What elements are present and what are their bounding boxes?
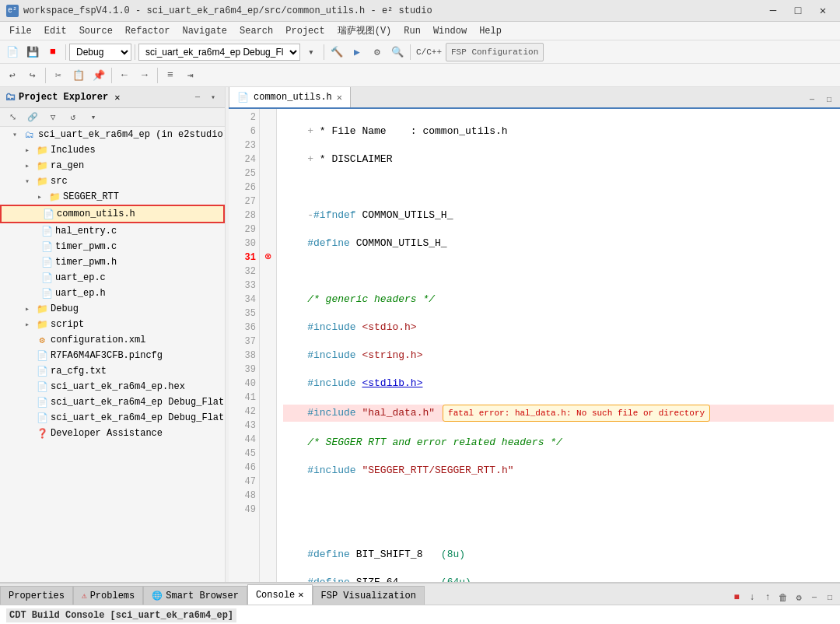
project-label: sci_uart_ek_ra6m4_ep (in e2studio) [Debu… [38, 129, 225, 140]
sync-btn[interactable]: ↺ [64, 108, 82, 127]
close-button[interactable]: ✕ [812, 3, 834, 19]
tree-hal-entry[interactable]: 📄 hal_entry.c [0, 223, 225, 239]
copy-btn[interactable]: 📋 [69, 66, 88, 85]
run-config-btn[interactable]: ▾ [302, 43, 320, 61]
console-options-btn[interactable]: ⚙ [792, 591, 806, 605]
run-config-dropdown[interactable]: sci_uart_ek_ra6m4_ep Debug_Fl [138, 44, 300, 61]
tab-fsp-viz[interactable]: FSP Visualization [313, 586, 425, 605]
tree-project-root[interactable]: ▾ 🗂 sci_uart_ek_ra6m4_ep (in e2studio) [… [0, 127, 225, 142]
tree-uart-ep-h[interactable]: 📄 uart_ep.h [0, 286, 225, 301]
editor-tab-common-utils[interactable]: 📄 common_utils.h ✕ [229, 87, 351, 107]
console-terminate-btn[interactable]: ■ [730, 591, 744, 605]
bottom-maximize-btn[interactable]: □ [823, 591, 837, 605]
new-button[interactable]: 📄 [3, 43, 22, 61]
debug-config-dropdown[interactable]: Debug [69, 44, 131, 61]
tree-hex-file[interactable]: 📄 sci_uart_ek_ra6m4_ep.hex [0, 379, 225, 394]
tab-minimize-btn[interactable]: ─ [804, 92, 820, 107]
tree-uart-ep-c[interactable]: 📄 uart_ep.c [0, 270, 225, 286]
error-gutter-icon: ⊗ [260, 249, 276, 263]
sidebar-menu-btn[interactable]: ▾ [206, 90, 220, 104]
tree-ra-cfg[interactable]: 📄 ra_cfg.txt [0, 363, 225, 379]
close-sidebar-btn[interactable]: ✕ [114, 92, 120, 103]
main-layout: 🗂 Project Explorer ✕ ─ ▾ ⤡ 🔗 ▽ ↺ ▾ ▾ 🗂 s… [0, 87, 840, 582]
console-tab-label: Console [256, 590, 295, 601]
console-clear-btn[interactable]: 🗑 [776, 591, 790, 605]
code-content[interactable]: + * File Name : common_utils.h + * DISCL… [277, 109, 840, 582]
tree-pincfg[interactable]: 📄 R7FA6M4AF3CFB.pincfg [0, 348, 225, 363]
next-edit-btn[interactable]: → [135, 66, 154, 85]
format-btn[interactable]: ≡ [161, 66, 180, 85]
tree-jlink[interactable]: 📄 sci_uart_ek_ra6m4_ep Debug_Flat.jlink [0, 394, 225, 410]
timer-pwm-c-icon: 📄 [40, 240, 53, 253]
tree-arrow-script: ▸ [25, 320, 36, 329]
tree-src[interactable]: ▾ 📁 src [0, 174, 225, 189]
line-gutter: ⊗ [260, 109, 277, 582]
save-button[interactable]: 💾 [23, 43, 42, 61]
code-line-23 [283, 181, 834, 195]
sep6 [111, 68, 112, 83]
undo-btn[interactable]: ↩ [3, 66, 22, 85]
tree-timer-pwm-h[interactable]: 📄 timer_pwm.h [0, 254, 225, 270]
menu-refactor[interactable]: Refactor [119, 24, 177, 38]
filter-btn[interactable]: ▽ [44, 108, 62, 127]
menu-file[interactable]: File [3, 24, 38, 38]
uart-ep-h-icon: 📄 [40, 287, 53, 300]
prev-edit-btn[interactable]: ← [115, 66, 134, 85]
tree-timer-pwm-c[interactable]: 📄 timer_pwm.c [0, 239, 225, 254]
redo-btn[interactable]: ↪ [23, 66, 42, 85]
menu-source[interactable]: Source [73, 24, 119, 38]
src-folder-icon: 📁 [36, 175, 48, 188]
settings-btn[interactable]: ⚙ [368, 43, 387, 61]
console-close-btn[interactable]: ✕ [298, 589, 303, 601]
console-scroll-down-btn[interactable]: ↓ [745, 591, 759, 605]
menu-navigate[interactable]: Navigate [176, 24, 233, 38]
fsp-config-btn[interactable]: FSP Configuration [446, 43, 544, 61]
indent-btn[interactable]: ⇥ [181, 66, 200, 85]
search-btn[interactable]: 🔍 [388, 43, 407, 61]
maximize-button[interactable]: □ [787, 3, 809, 19]
jlink-icon: 📄 [36, 396, 48, 408]
menu-edit[interactable]: Edit [38, 24, 73, 38]
menu-renesas[interactable]: 瑞萨视图(V) [331, 23, 398, 39]
tab-close-btn[interactable]: ✕ [337, 92, 342, 103]
stop-button[interactable]: ■ [44, 43, 62, 61]
menu-window[interactable]: Window [427, 24, 473, 38]
tree-common-utils[interactable]: 📄 common_utils.h [0, 205, 225, 223]
code-line-28: #include <stdio.h> [283, 321, 834, 335]
tree-segger-rtt[interactable]: ▸ 📁 SEGGER_RTT [0, 189, 225, 205]
view-menu-btn[interactable]: ▾ [84, 108, 103, 127]
tree-includes[interactable]: ▸ 📁 Includes [0, 142, 225, 158]
menu-search[interactable]: Search [233, 24, 279, 38]
tab-properties[interactable]: Properties [0, 586, 73, 605]
tree-ra-gen-label: ra_gen [51, 160, 84, 171]
tab-smart-browser[interactable]: 🌐 Smart Browser [143, 586, 247, 605]
tree-script-label: script [51, 319, 84, 330]
menu-run[interactable]: Run [397, 24, 427, 38]
console-scroll-up-btn[interactable]: ↑ [761, 591, 775, 605]
paste-btn[interactable]: 📌 [89, 66, 108, 85]
sidebar-collapse-btn[interactable]: ─ [191, 90, 205, 104]
menu-project[interactable]: Project [279, 24, 331, 38]
tree-launch[interactable]: 📄 sci_uart_ek_ra6m4_ep Debug_Flat.launch [0, 410, 225, 426]
project-explorer-icon: 🗂 [5, 91, 16, 103]
tab-console[interactable]: Console ✕ [247, 584, 313, 605]
sidebar-title: Project Explorer [19, 92, 108, 103]
tree-debug[interactable]: ▸ 📁 Debug [0, 301, 225, 317]
minimize-button[interactable]: ─ [762, 3, 784, 19]
sep2 [135, 44, 135, 60]
tree-timer-pwm-c-label: timer_pwm.c [55, 241, 117, 252]
build-btn[interactable]: 🔨 [327, 43, 346, 61]
collapse-all-btn[interactable]: ⤡ [3, 108, 22, 127]
link-editor-btn[interactable]: 🔗 [23, 108, 42, 127]
tree-script[interactable]: ▸ 📁 script [0, 317, 225, 332]
tab-maximize-btn[interactable]: □ [821, 92, 837, 107]
tab-problems[interactable]: ⚠ Problems [73, 586, 143, 605]
console-header: CDT Build Console [sci_uart_ek_ra6m4_ep] [6, 608, 236, 622]
menu-help[interactable]: Help [473, 24, 508, 38]
bottom-minimize-btn[interactable]: ─ [807, 591, 821, 605]
tree-dev-assist[interactable]: ❓ Developer Assistance [0, 426, 225, 441]
tree-config-xml[interactable]: ⚙ configuration.xml [0, 332, 225, 348]
debug-btn[interactable]: ▶ [348, 43, 366, 61]
cut-btn[interactable]: ✂ [49, 66, 68, 85]
tree-ra-gen[interactable]: ▸ 📁 ra_gen [0, 158, 225, 174]
